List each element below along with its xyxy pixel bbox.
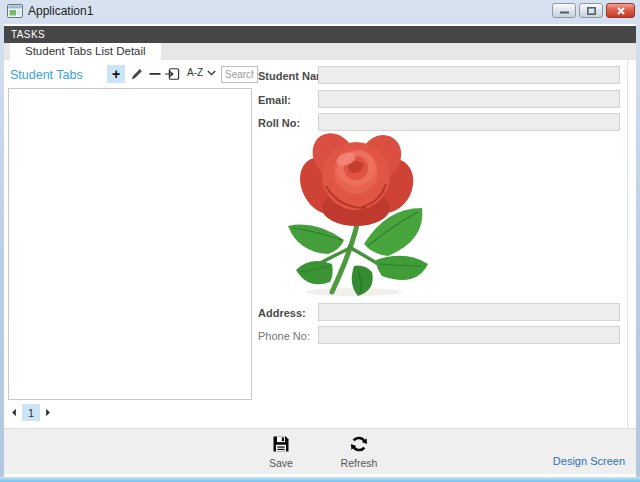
chevron-down-icon bbox=[207, 70, 216, 76]
sort-az-button[interactable]: A-Z bbox=[187, 67, 216, 78]
refresh-button[interactable]: Refresh bbox=[333, 434, 385, 469]
student-tabs-list[interactable] bbox=[8, 88, 252, 400]
design-screen-link[interactable]: Design Screen bbox=[553, 455, 625, 467]
open-detail-button[interactable] bbox=[163, 65, 181, 83]
tasks-bar: TASKS bbox=[4, 26, 636, 43]
email-label: Email: bbox=[258, 94, 291, 106]
plus-icon: + bbox=[112, 66, 120, 82]
minimize-button[interactable] bbox=[552, 3, 576, 18]
chevron-left-icon bbox=[11, 408, 17, 417]
left-panel-title: Student Tabs bbox=[10, 68, 83, 82]
pagination: 1 bbox=[8, 404, 54, 421]
refresh-icon bbox=[349, 434, 369, 454]
title-bar: Application1 bbox=[0, 0, 640, 24]
close-button[interactable] bbox=[606, 3, 635, 18]
pencil-icon bbox=[130, 67, 144, 81]
minus-icon bbox=[149, 68, 161, 80]
phone-no-field[interactable] bbox=[318, 326, 620, 344]
import-icon bbox=[164, 67, 180, 81]
add-button[interactable]: + bbox=[107, 65, 125, 83]
remove-button[interactable] bbox=[146, 65, 164, 83]
close-icon bbox=[617, 7, 625, 15]
page-number[interactable]: 1 bbox=[22, 404, 40, 421]
maximize-icon bbox=[587, 7, 596, 15]
window-controls bbox=[552, 3, 635, 18]
save-button[interactable]: Save bbox=[255, 434, 307, 469]
window-title: Application1 bbox=[28, 4, 93, 19]
tab-student-tabs-list-detail[interactable]: Student Tabs List Detail bbox=[10, 43, 161, 60]
window-body: TASKS Student Tabs List Detail Student T… bbox=[4, 24, 636, 477]
floppy-save-icon bbox=[271, 434, 291, 454]
address-label: Address: bbox=[258, 307, 306, 319]
address-field[interactable] bbox=[318, 303, 620, 321]
tab-strip: Student Tabs List Detail bbox=[4, 43, 636, 60]
bottom-toolbar: Save Refresh Design Screen bbox=[4, 428, 636, 474]
email-field[interactable] bbox=[318, 90, 620, 108]
next-page-button[interactable] bbox=[42, 404, 54, 421]
refresh-label: Refresh bbox=[341, 457, 378, 469]
main-content: Student Tabs + A-Z bbox=[4, 60, 636, 428]
edit-button[interactable] bbox=[128, 65, 146, 83]
student-name-field[interactable] bbox=[318, 66, 620, 84]
phone-no-label: Phone No: bbox=[258, 330, 310, 342]
minimize-icon bbox=[560, 7, 569, 14]
panel-divider bbox=[627, 60, 628, 428]
sort-label: A-Z bbox=[187, 67, 203, 78]
maximize-button[interactable] bbox=[579, 3, 603, 18]
prev-page-button[interactable] bbox=[8, 404, 20, 421]
search-input[interactable] bbox=[221, 66, 258, 83]
red-rose-image bbox=[268, 124, 444, 298]
application-icon bbox=[7, 4, 23, 18]
bottom-actions: Save Refresh bbox=[4, 434, 636, 469]
chevron-right-icon bbox=[45, 408, 51, 417]
save-label: Save bbox=[269, 457, 293, 469]
application-window: Application1 TASKS Student Tabs List Det… bbox=[0, 0, 640, 482]
